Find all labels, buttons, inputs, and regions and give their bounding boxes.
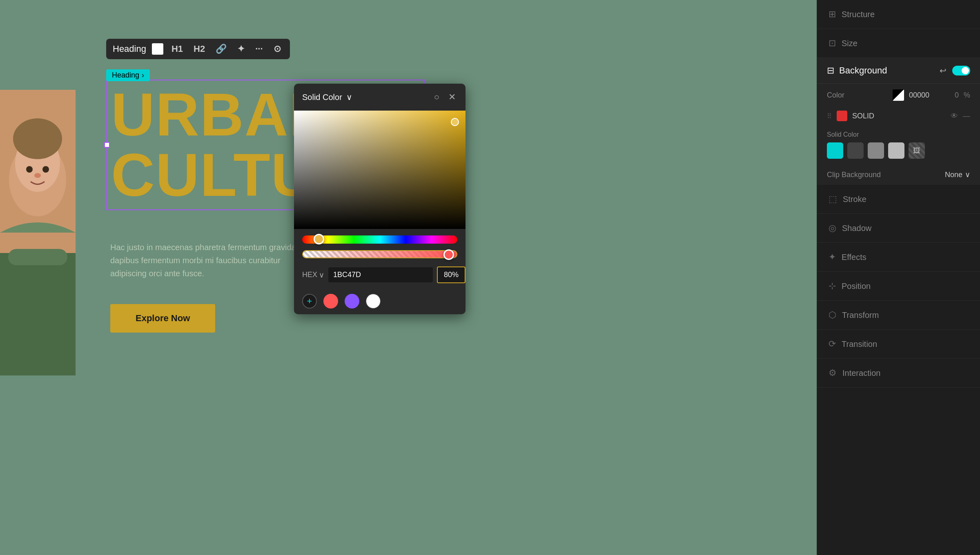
color-picker-row: Color 0 % (817, 84, 980, 107)
color-hex-input[interactable] (909, 91, 942, 100)
interaction-label: Interaction (842, 369, 880, 378)
swatch-purple[interactable] (345, 294, 359, 309)
background-panel: ⊟ Background ↩ Color 0 % ⠿ SOLID 👁 — (817, 58, 980, 185)
toolbar-h2-btn[interactable]: H2 (191, 43, 207, 55)
color-type-chevron: ∨ (346, 92, 352, 102)
panel-item-structure[interactable]: ⊞ Structure (817, 0, 980, 29)
clip-bg-value: None (945, 171, 962, 179)
hue-slider-container (294, 229, 466, 247)
swatch-white[interactable] (366, 294, 381, 309)
shadow-icon: ◎ (829, 223, 836, 233)
panel-item-interaction[interactable]: ⚙ Interaction (817, 359, 980, 388)
eye-visibility-btn[interactable]: 👁 (951, 112, 958, 120)
hex-label: HEX ∨ (302, 271, 324, 280)
structure-icon: ⊞ (829, 9, 836, 20)
bg-panel-actions: ↩ (940, 66, 970, 75)
color-pct-symbol: % (964, 91, 970, 100)
swatch-add-btn[interactable]: + (302, 294, 317, 309)
transform-icon: ⬡ (829, 310, 836, 320)
toolbar-db-btn[interactable]: ⊙ (271, 43, 283, 55)
color-picker-panel: Solid Color ∨ ○ ✕ HEX (294, 84, 466, 314)
transform-label: Transform (842, 311, 879, 320)
stroke-icon: ⬚ (829, 194, 837, 204)
svg-point-4 (42, 166, 49, 173)
portrait-inner (0, 90, 76, 375)
solid-layer-row: ⠿ SOLID 👁 — (817, 107, 980, 125)
swatch-red[interactable] (323, 294, 338, 309)
svg-point-3 (26, 166, 33, 173)
panel-item-position[interactable]: ⊹ Position (817, 272, 980, 301)
panel-item-transition[interactable]: ⟳ Transition (817, 330, 980, 359)
panel-item-transform[interactable]: ⬡ Transform (817, 301, 980, 330)
hue-slider[interactable] (302, 235, 457, 244)
palette-swatch-light[interactable] (888, 142, 904, 159)
bg-undo-icon[interactable]: ↩ (940, 66, 947, 75)
panel-item-shadow[interactable]: ◎ Shadow (817, 214, 980, 243)
size-label: Size (842, 39, 858, 48)
svg-rect-6 (0, 253, 76, 375)
drag-handle-icon[interactable]: ⠿ (827, 112, 832, 120)
svg-point-5 (34, 173, 41, 178)
remove-solid-btn[interactable]: — (963, 112, 970, 120)
transition-label: Transition (842, 340, 877, 349)
palette-swatch-dark[interactable] (847, 142, 864, 159)
breadcrumb-arrow: › (142, 71, 144, 80)
right-panel: ⊞ Structure ⊡ Size ⊟ Background ↩ Color … (817, 0, 980, 555)
toolbar-more-btn[interactable]: ··· (253, 43, 265, 55)
clip-bg-value-selector[interactable]: None ∨ (945, 170, 970, 179)
palette-swatch-cyan[interactable] (827, 142, 843, 159)
size-icon: ⊡ (829, 38, 836, 49)
panel-item-stroke[interactable]: ⬚ Stroke (817, 185, 980, 214)
solid-color-indicator[interactable] (837, 111, 847, 121)
swatch-row: + (294, 288, 466, 314)
bg-panel-label: Background (839, 65, 887, 76)
heading-toolbar: Heading H1 H2 🔗 ✦ ··· ⊙ (106, 39, 290, 59)
opacity-slider-container (294, 247, 466, 262)
color-type-label: Solid Color (302, 93, 342, 102)
portrait-image (0, 90, 76, 375)
opacity-handle[interactable] (443, 249, 454, 260)
hex-chevron: ∨ (319, 271, 324, 280)
stroke-label: Stroke (843, 195, 866, 204)
transition-icon: ⟳ (829, 339, 836, 349)
panel-item-effects[interactable]: ✦ Effects (817, 243, 980, 272)
hex-row: HEX ∨ 80% (294, 262, 466, 288)
color-gradient-area[interactable] (294, 111, 466, 229)
picker-circle-btn[interactable]: ○ (432, 90, 441, 104)
opacity-slider[interactable] (302, 250, 457, 258)
bg-panel-header: ⊟ Background ↩ (817, 58, 980, 84)
interaction-icon: ⚙ (829, 368, 837, 378)
resize-handle-left[interactable] (104, 142, 110, 148)
picker-close-btn[interactable]: ✕ (447, 90, 457, 104)
breadcrumb-label: Heading (112, 71, 139, 80)
panel-item-size[interactable]: ⊡ Size (817, 29, 980, 58)
effects-icon: ✦ (829, 252, 836, 262)
toolbar-h1-btn[interactable]: H1 (169, 43, 185, 55)
hex-input[interactable] (328, 267, 433, 282)
palette-swatch-mid[interactable] (868, 142, 884, 159)
clip-background-row: Clip Background None ∨ (817, 164, 980, 185)
solid-label: SOLID (852, 112, 946, 120)
toolbar-ai-btn[interactable]: ✦ (235, 43, 247, 55)
body-text: Hac justo in maecenas pharetra fermentum… (110, 241, 306, 280)
structure-label: Structure (842, 10, 875, 19)
opacity-value-box[interactable]: 80% (437, 266, 466, 283)
gradient-handle[interactable] (451, 118, 459, 126)
color-preview-box[interactable] (893, 89, 904, 101)
position-label: Position (842, 282, 871, 291)
color-pct-val: 0 (947, 91, 959, 100)
explore-now-button[interactable]: Explore Now (110, 304, 215, 333)
canvas: Heading H1 H2 🔗 ✦ ··· ⊙ Heading › URBAN … (0, 0, 817, 555)
heading-breadcrumb[interactable]: Heading › (106, 69, 150, 81)
effects-label: Effects (842, 253, 866, 262)
clip-bg-label: Clip Background (827, 171, 942, 179)
color-type-selector[interactable]: Solid Color ∨ (302, 92, 352, 102)
bg-toggle[interactable] (952, 66, 970, 75)
toolbar-link-btn[interactable]: 🔗 (213, 43, 229, 55)
palette-swatch-image[interactable]: 🖼 (909, 142, 925, 159)
palette-swatches: 🖼 (827, 142, 970, 159)
bg-panel-title: ⊟ Background (827, 65, 887, 76)
hue-handle[interactable] (314, 234, 324, 244)
solid-color-section-title: Solid Color (827, 131, 970, 138)
toolbar-color-box[interactable] (152, 43, 163, 55)
